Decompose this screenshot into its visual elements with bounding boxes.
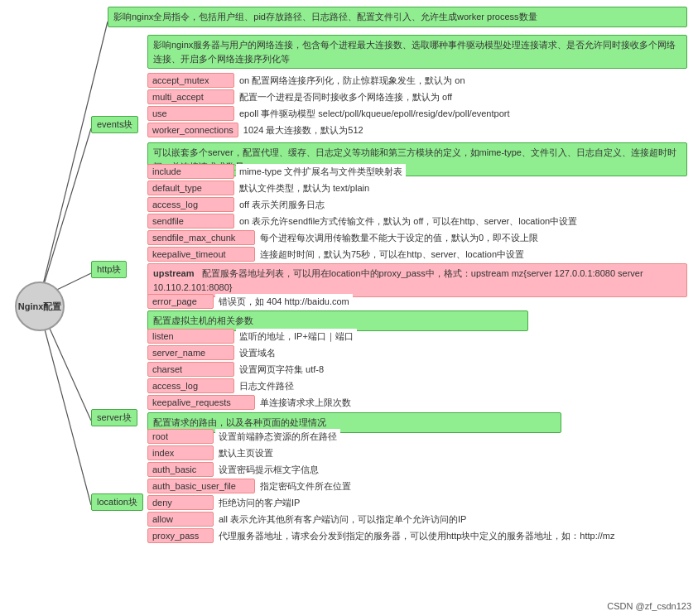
http-item-5-key: keepalive_timeout [147, 247, 255, 262]
http-item-7-key: error_page [147, 294, 214, 309]
events-label: events块 [91, 116, 138, 133]
server-item-4-val: 单连接请求求上限次数 [257, 395, 354, 411]
server-desc: 配置虚拟主机的相关参数 [147, 310, 528, 331]
http-row-3: sendfile on 表示允许sendfile方式传输文件，默认为 off，可… [147, 214, 687, 229]
http-row-0: include mime-type 文件扩展名与文件类型映射表 [147, 164, 687, 180]
server-item-2-val: 设置网页字符集 utf-8 [236, 362, 327, 378]
svg-line-0 [40, 22, 108, 298]
server-item-0-val: 监听的地址，IP+端口｜端口 [236, 329, 357, 344]
location-row-5: allow all 表示允许其他所有客户端访问，可以指定单个允许访问的IP [147, 512, 687, 527]
http-row-2: access_log off 表示关闭服务日志 [147, 197, 687, 213]
server-label: server块 [91, 409, 137, 426]
events-item-3-key: worker_connections [147, 123, 238, 137]
server-item-2-key: charset [147, 362, 234, 377]
http-upstream: upstream 配置服务器地址列表，可以用在location中的proxy_p… [147, 263, 687, 297]
http-item-2-key: access_log [147, 197, 234, 212]
http-item-5-val: 连接超时时间，默认为75秒，可以在http、server、location中设置 [257, 247, 527, 262]
location-item-6-val: 代理服务器地址，请求会分发到指定的服务器，可以使用http块中定义的服务器地址，… [215, 528, 619, 544]
events-desc: 影响nginx服务器与用户的网络连接，包含每个进程最大连接数、选取哪种事件驱动模… [147, 35, 687, 69]
location-row-4: deny 拒绝访问的客户端IP [147, 495, 687, 511]
svg-line-1 [40, 128, 91, 298]
location-item-2-val: 设置密码提示框文字信息 [215, 462, 322, 478]
location-row-1: index 默认主页设置 [147, 445, 687, 461]
http-item-4-val: 每个进程每次调用传输数量不能大于设定的值，默认为0，即不设上限 [257, 230, 542, 246]
location-item-6-key: proxy_pass [147, 528, 214, 543]
location-label: location块 [91, 493, 143, 511]
location-row-2: auth_basic 设置密码提示框文字信息 [147, 462, 687, 478]
events-item-2-key: use [147, 106, 234, 121]
global-desc: 影响nginx全局指令，包括用户组、pid存放路径、日志路径、配置文件引入、允许… [108, 7, 687, 27]
location-item-5-key: allow [147, 512, 214, 527]
events-row-0: accept_mutex on 配置网络连接序列化，防止惊群现象发生，默认为 o… [147, 73, 687, 89]
http-item-4-key: sendfile_max_chunk [147, 230, 255, 245]
watermark: CSDN @zf_csdn123 [607, 601, 691, 611]
events-item-3-val: 1024 最大连接数，默认为512 [240, 123, 367, 138]
location-item-0-val: 设置前端静态资源的所在路径 [215, 429, 340, 445]
http-item-1-val: 默认文件类型，默认为 text/plain [236, 180, 373, 196]
server-item-0-key: listen [147, 329, 234, 344]
location-item-0-key: root [147, 429, 214, 444]
http-row-7: error_page 错误页，如 404 http://baidu.com [147, 294, 687, 310]
http-item-0-key: include [147, 164, 234, 179]
location-item-1-val: 默认主页设置 [215, 445, 277, 461]
http-label: http块 [91, 261, 127, 278]
server-row-1: server_name 设置域名 [147, 345, 687, 361]
http-upstream-key: upstream [153, 268, 195, 278]
http-upstream-val: 配置服务器地址列表，可以用在location中的proxy_pass中，格式：u… [153, 268, 643, 292]
events-item-2-val: epoll 事件驱动模型 select/poll/kqueue/epoll/re… [236, 106, 513, 122]
server-row-3: access_log 日志文件路径 [147, 378, 687, 394]
http-item-2-val: off 表示关闭服务日志 [236, 197, 328, 213]
http-item-7-val: 错误页，如 404 http://baidu.com [215, 294, 353, 310]
events-row-3: worker_connections 1024 最大连接数，默认为512 [147, 123, 687, 138]
server-row-4: keepalive_requests 单连接请求求上限次数 [147, 395, 687, 411]
events-item-1-val: 配置一个进程是否同时接收多个网络连接，默认为 off [236, 89, 455, 105]
mind-map: Nginx配置 影响nginx全局指令，包括用户组、pid存放路径、日志路径、配… [0, 0, 698, 616]
events-item-0-val: on 配置网络连接序列化，防止惊群现象发生，默认为 on [236, 73, 469, 89]
center-label: Nginx配置 [18, 301, 62, 313]
http-item-3-key: sendfile [147, 214, 234, 229]
http-row-1: default_type 默认文件类型，默认为 text/plain [147, 180, 687, 196]
center-node: Nginx配置 [15, 282, 65, 331]
location-item-4-key: deny [147, 495, 214, 510]
server-item-1-key: server_name [147, 345, 234, 360]
server-row-2: charset 设置网页字符集 utf-8 [147, 362, 687, 378]
location-item-4-val: 拒绝访问的客户端IP [215, 495, 303, 511]
http-item-3-val: on 表示允许sendfile方式传输文件，默认为 off，可以在http、se… [236, 214, 580, 229]
http-item-1-key: default_type [147, 180, 234, 195]
location-row-6: proxy_pass 代理服务器地址，请求会分发到指定的服务器，可以使用http… [147, 528, 687, 544]
server-item-3-val: 日志文件路径 [236, 378, 297, 394]
location-item-1-key: index [147, 445, 214, 460]
svg-line-4 [40, 310, 91, 505]
events-item-1-key: multi_accept [147, 89, 234, 104]
server-item-1-val: 设置域名 [236, 345, 279, 361]
events-item-0-key: accept_mutex [147, 73, 234, 88]
http-row-5: keepalive_timeout 连接超时时间，默认为75秒，可以在http、… [147, 247, 687, 262]
server-item-4-key: keepalive_requests [147, 395, 255, 410]
location-item-5-val: all 表示允许其他所有客户端访问，可以指定单个允许访问的IP [215, 512, 469, 527]
location-row-0: root 设置前端静态资源的所在路径 [147, 429, 687, 445]
events-row-1: multi_accept 配置一个进程是否同时接收多个网络连接，默认为 off [147, 89, 687, 105]
http-item-0-val: mime-type 文件扩展名与文件类型映射表 [236, 164, 406, 180]
location-row-3: auth_basic_user_file 指定密码文件所在位置 [147, 479, 687, 494]
location-item-2-key: auth_basic [147, 462, 214, 477]
server-row-0: listen 监听的地址，IP+端口｜端口 [147, 329, 687, 344]
events-row-2: use epoll 事件驱动模型 select/poll/kqueue/epol… [147, 106, 687, 122]
server-item-3-key: access_log [147, 378, 234, 393]
http-row-4: sendfile_max_chunk 每个进程每次调用传输数量不能大于设定的值，… [147, 230, 687, 246]
location-item-3-val: 指定密码文件所在位置 [257, 479, 354, 494]
location-item-3-key: auth_basic_user_file [147, 479, 255, 493]
